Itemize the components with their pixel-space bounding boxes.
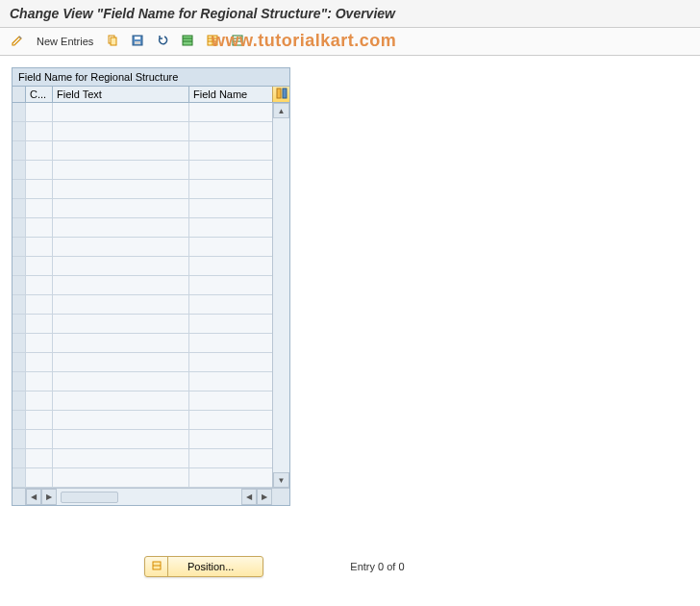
column-header-field-text[interactable]: Field Text <box>53 87 189 102</box>
cell-country[interactable] <box>26 199 53 217</box>
cell-field-name[interactable] <box>189 315 272 333</box>
cell-field-text[interactable] <box>53 103 189 121</box>
table-row[interactable] <box>12 276 272 295</box>
cell-field-text[interactable] <box>53 391 189 410</box>
cell-field-text[interactable] <box>53 238 189 256</box>
cell-field-name[interactable] <box>189 257 272 275</box>
cell-country[interactable] <box>26 449 53 467</box>
cell-country[interactable] <box>26 161 53 179</box>
row-marker[interactable] <box>12 430 26 448</box>
row-marker[interactable] <box>12 141 26 160</box>
cell-field-text[interactable] <box>53 218 189 237</box>
cell-country[interactable] <box>26 103 53 121</box>
row-marker[interactable] <box>12 353 26 371</box>
table-row[interactable] <box>12 199 272 218</box>
scroll-right-button[interactable]: ▶ <box>41 489 57 505</box>
cell-field-name[interactable] <box>189 238 272 256</box>
position-button[interactable]: Position... <box>144 556 263 577</box>
cell-field-name[interactable] <box>189 295 272 314</box>
hscroll-track[interactable] <box>57 489 241 505</box>
cell-field-name[interactable] <box>189 218 272 237</box>
cell-country[interactable] <box>26 315 53 333</box>
cell-field-name[interactable] <box>189 276 272 294</box>
table-row[interactable] <box>12 180 272 199</box>
cell-field-name[interactable] <box>189 411 272 429</box>
row-marker[interactable] <box>12 372 26 391</box>
cell-field-name[interactable] <box>189 103 272 121</box>
vertical-scrollbar[interactable]: ▲ ▼ <box>272 103 289 488</box>
table-row[interactable] <box>12 411 272 430</box>
scroll-up-button[interactable]: ▲ <box>273 103 289 118</box>
cell-field-name[interactable] <box>189 353 272 371</box>
cell-field-text[interactable] <box>53 257 189 275</box>
cell-field-text[interactable] <box>53 161 189 179</box>
cell-field-name[interactable] <box>189 199 272 217</box>
table-row[interactable] <box>12 315 272 334</box>
cell-field-name[interactable] <box>189 391 272 410</box>
table-row[interactable] <box>12 353 272 372</box>
table-row[interactable] <box>12 430 272 449</box>
scroll-track[interactable] <box>273 118 289 472</box>
new-entries-button[interactable]: New Entries <box>33 34 97 49</box>
cell-country[interactable] <box>26 372 53 391</box>
row-marker[interactable] <box>12 449 26 467</box>
cell-field-name[interactable] <box>189 372 272 391</box>
toggle-display-change-button[interactable] <box>8 32 27 51</box>
table-row[interactable] <box>12 468 272 488</box>
cell-field-name[interactable] <box>189 122 272 140</box>
column-header-country[interactable]: C... <box>26 87 53 102</box>
column-header-field-name[interactable]: Field Name <box>189 87 272 102</box>
table-row[interactable] <box>12 295 272 315</box>
cell-field-text[interactable] <box>53 295 189 314</box>
select-all-button[interactable] <box>178 32 197 51</box>
cell-country[interactable] <box>26 411 53 429</box>
cell-field-text[interactable] <box>53 122 189 140</box>
row-marker[interactable] <box>12 391 26 410</box>
cell-country[interactable] <box>26 334 53 352</box>
cell-field-text[interactable] <box>53 334 189 352</box>
row-marker[interactable] <box>12 218 26 237</box>
row-marker[interactable] <box>12 295 26 314</box>
horizontal-scrollbar[interactable]: ◀ ▶ ◀ ▶ <box>12 488 289 505</box>
scroll-left-end-button[interactable]: ◀ <box>241 489 257 505</box>
cell-field-name[interactable] <box>189 161 272 179</box>
cell-country[interactable] <box>26 276 53 294</box>
cell-field-name[interactable] <box>189 141 272 160</box>
table-row[interactable] <box>12 449 272 468</box>
row-marker[interactable] <box>12 199 26 217</box>
copy-button[interactable] <box>103 32 122 51</box>
scroll-left-button[interactable]: ◀ <box>26 489 41 505</box>
table-row[interactable] <box>12 372 272 391</box>
row-marker[interactable] <box>12 180 26 198</box>
cell-field-text[interactable] <box>53 199 189 217</box>
cell-country[interactable] <box>26 353 53 371</box>
cell-field-text[interactable] <box>53 180 189 198</box>
cell-field-name[interactable] <box>189 430 272 448</box>
table-row[interactable] <box>12 334 272 353</box>
cell-field-text[interactable] <box>53 468 189 487</box>
cell-country[interactable] <box>26 141 53 160</box>
cell-country[interactable] <box>26 295 53 314</box>
cell-field-name[interactable] <box>189 468 272 487</box>
row-marker[interactable] <box>12 276 26 294</box>
cell-country[interactable] <box>26 218 53 237</box>
delete-button[interactable] <box>128 32 147 51</box>
cell-country[interactable] <box>26 257 53 275</box>
table-row[interactable] <box>12 122 272 141</box>
cell-field-text[interactable] <box>53 276 189 294</box>
cell-country[interactable] <box>26 430 53 448</box>
table-row[interactable] <box>12 141 272 161</box>
cell-field-text[interactable] <box>53 141 189 160</box>
cell-field-name[interactable] <box>189 449 272 467</box>
cell-field-text[interactable] <box>53 449 189 467</box>
row-marker[interactable] <box>12 257 26 275</box>
table-row[interactable] <box>12 103 272 122</box>
cell-field-name[interactable] <box>189 334 272 352</box>
cell-field-text[interactable] <box>53 430 189 448</box>
table-row[interactable] <box>12 218 272 238</box>
row-marker[interactable] <box>12 122 26 140</box>
scroll-down-button[interactable]: ▼ <box>273 472 289 488</box>
row-marker[interactable] <box>12 411 26 429</box>
hscroll-thumb[interactable] <box>61 492 118 503</box>
scroll-right-end-button[interactable]: ▶ <box>257 489 272 505</box>
